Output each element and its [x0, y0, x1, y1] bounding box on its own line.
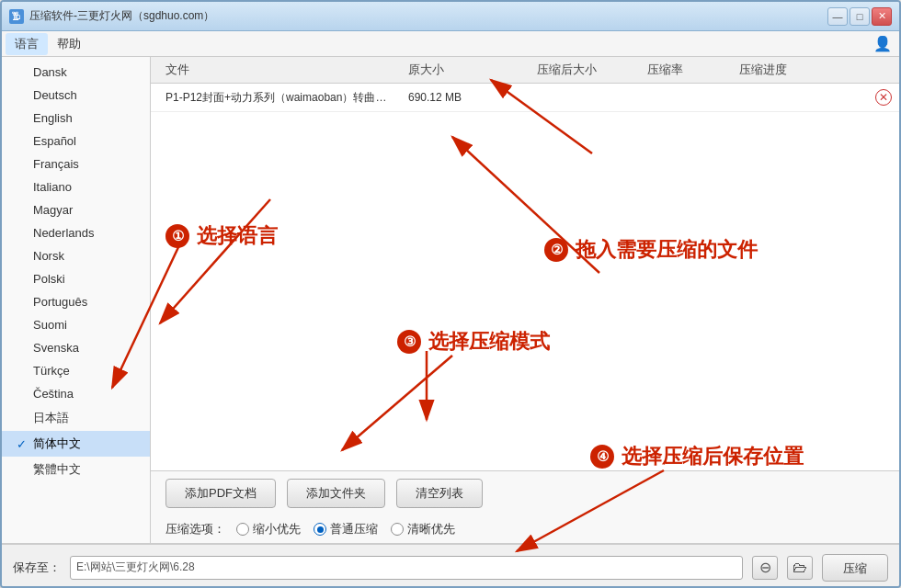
titlebar: 🗜 压缩软件-三更灯火网（sgdhuo.com） — □ ✕ [2, 2, 899, 31]
col-header-ratio: 压缩率 [647, 62, 739, 78]
user-icon: 👤 [873, 35, 895, 52]
content-area: 文件 原大小 压缩后大小 压缩率 压缩进度 P1-P12封面+动力系列（waim… [151, 57, 899, 543]
main-layout: Dansk Deutsch English Español Français I… [2, 57, 899, 544]
sidebar-item-suomi[interactable]: Suomi [2, 313, 150, 336]
file-list: P1-P12封面+动力系列（waimaoban）转曲-副... 690.12 M… [151, 84, 899, 470]
action-buttons-row: 添加PDF文档 添加文件夹 清空列表 [151, 470, 899, 515]
radio-dot-minimize [236, 523, 249, 536]
refresh-icon-button[interactable]: ⊖ [752, 556, 778, 580]
sidebar-item-svenska[interactable]: Svenska [2, 336, 150, 359]
sidebar-item-polski[interactable]: Polski [2, 267, 150, 290]
sidebar-item-norsk[interactable]: Norsk [2, 244, 150, 267]
save-bar: 保存至： ⊖ 🗁 压缩 [2, 544, 899, 588]
add-folder-button[interactable]: 添加文件夹 [287, 479, 385, 508]
file-name: P1-P12封面+动力系列（waimaoban）转曲-副... [151, 90, 390, 106]
add-pdf-button[interactable]: 添加PDF文档 [165, 479, 276, 508]
sidebar-item-magyar[interactable]: Magyar [2, 198, 150, 221]
browse-folder-button[interactable]: 🗁 [787, 556, 813, 580]
compression-options-row: 压缩选项： 缩小优先 普通压缩 清晰优先 [151, 515, 899, 543]
col-header-filename: 文件 [151, 62, 390, 78]
close-button[interactable]: ✕ [872, 7, 892, 26]
save-path-input[interactable] [70, 556, 743, 580]
sidebar-item-japanese[interactable]: 日本語 [2, 405, 150, 431]
radio-normal[interactable]: 普通压缩 [314, 521, 378, 537]
compression-radio-group: 缩小优先 普通压缩 清晰优先 [236, 521, 455, 537]
table-row[interactable]: P1-P12封面+动力系列（waimaoban）转曲-副... 690.12 M… [151, 84, 899, 112]
main-window: 🗜 压缩软件-三更灯火网（sgdhuo.com） — □ ✕ 语言 帮助 👤 D… [0, 0, 901, 588]
compression-options-label: 压缩选项： [165, 521, 225, 537]
sidebar-item-english[interactable]: English [2, 107, 150, 130]
restore-button[interactable]: □ [850, 7, 870, 26]
language-sidebar: Dansk Deutsch English Español Français I… [2, 57, 151, 543]
col-header-original: 原大小 [390, 62, 537, 78]
sidebar-item-italiano[interactable]: Italiano [2, 175, 150, 198]
minimize-button[interactable]: — [827, 7, 848, 26]
clear-list-button[interactable]: 清空列表 [396, 479, 483, 508]
menubar: 语言 帮助 👤 [2, 31, 899, 57]
sidebar-item-deutsch[interactable]: Deutsch [2, 84, 150, 107]
radio-dot-clear [391, 523, 404, 536]
menu-help[interactable]: 帮助 [48, 33, 90, 55]
file-original-size: 690.12 MB [390, 91, 537, 104]
col-header-compressed: 压缩后大小 [537, 62, 647, 78]
sidebar-item-simplified-chinese[interactable]: ✓ 简体中文 [2, 431, 150, 457]
sidebar-item-nederlands[interactable]: Nederlands [2, 221, 150, 244]
radio-clear[interactable]: 清晰优先 [391, 521, 455, 537]
titlebar-left: 🗜 压缩软件-三更灯火网（sgdhuo.com） [9, 8, 214, 24]
sidebar-item-dansk[interactable]: Dansk [2, 61, 150, 84]
compress-button[interactable]: 压缩 [822, 554, 888, 582]
app-icon: 🗜 [9, 9, 24, 24]
menu-language[interactable]: 语言 [6, 33, 48, 55]
radio-minimize[interactable]: 缩小优先 [236, 521, 301, 537]
sidebar-item-espanol[interactable]: Español [2, 130, 150, 153]
sidebar-item-francais[interactable]: Français [2, 153, 150, 175]
sidebar-item-turkce[interactable]: Türkçe [2, 359, 150, 382]
titlebar-controls: — □ ✕ [827, 7, 892, 26]
radio-dot-normal [314, 523, 326, 536]
sidebar-item-portugues[interactable]: Português [2, 290, 150, 313]
save-label: 保存至： [13, 560, 61, 576]
file-table-header: 文件 原大小 压缩后大小 压缩率 压缩进度 [151, 57, 899, 84]
col-header-progress: 压缩进度 [739, 62, 850, 78]
sidebar-item-cestina[interactable]: Čeština [2, 382, 150, 405]
delete-file-button[interactable]: ✕ [875, 89, 892, 106]
titlebar-title: 压缩软件-三更灯火网（sgdhuo.com） [29, 8, 214, 24]
sidebar-item-traditional-chinese[interactable]: 繁體中文 [2, 457, 150, 482]
